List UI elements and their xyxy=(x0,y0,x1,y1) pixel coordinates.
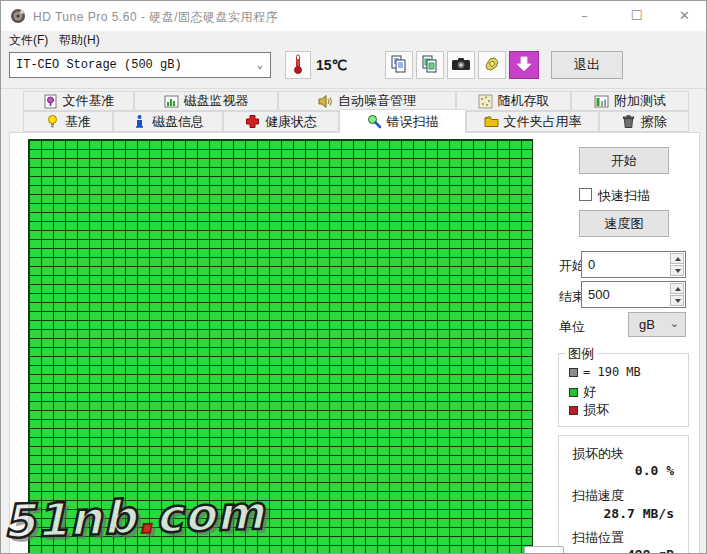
legend-block-size-label: = 190 MB xyxy=(583,365,641,379)
start-spinner xyxy=(670,253,684,276)
chevron-down-icon: ⌄ xyxy=(670,317,679,330)
end-position-value: 500 xyxy=(588,287,610,302)
titlebar: HD Tune Pro 5.60 - 硬盘/固态硬盘实用程序 – ☐ ✕ xyxy=(1,1,706,31)
copy-image-button[interactable] xyxy=(416,51,444,79)
camera-icon xyxy=(451,56,471,75)
menu-bar: 文件(F) 帮助(H) xyxy=(1,31,706,48)
watermark-dot: . xyxy=(136,489,156,544)
health-status-icon xyxy=(245,114,260,129)
unit-select-value: gB xyxy=(639,317,655,332)
partial-cutoff-element xyxy=(524,546,564,554)
tab-disk-monitor[interactable]: 磁盘监视器 xyxy=(134,91,278,111)
tab-health-status[interactable]: 健康状态 xyxy=(223,111,339,132)
maximize-button[interactable]: ☐ xyxy=(613,1,660,31)
good-swatch xyxy=(569,388,578,397)
scan-stats-groupbox: 损坏的块 0.0 % 扫描速度 28.7 MB/s 扫描位置 499 gB xyxy=(558,435,689,554)
tab-label: 磁盘信息 xyxy=(152,113,204,131)
watermark-text: 51nb xyxy=(2,490,138,549)
spin-down-icon[interactable] xyxy=(670,295,684,306)
erase-icon xyxy=(621,114,636,129)
tab-random-access[interactable]: 随机存取 xyxy=(456,91,571,111)
folder-usage-icon xyxy=(484,114,499,129)
unit-select[interactable]: gB ⌄ xyxy=(628,312,686,337)
tab-file-benchmark[interactable]: 文件基准 xyxy=(23,91,134,111)
export-icon xyxy=(483,55,501,76)
block-swatch xyxy=(569,368,578,377)
thermometer-icon xyxy=(291,53,305,78)
error-scan-icon xyxy=(367,114,382,129)
tab-label: 文件夹占用率 xyxy=(504,113,582,131)
temperature-button[interactable] xyxy=(285,51,311,79)
legend-bad-row: 损坏 xyxy=(569,401,609,419)
tab-label: 自动噪音管理 xyxy=(338,92,416,110)
copy-text-icon xyxy=(390,55,408,76)
benchmark-icon xyxy=(45,114,60,129)
tab-folder-usage[interactable]: 文件夹占用率 xyxy=(466,111,599,132)
device-select[interactable]: IT-CEO Storage (500 gB) ⌄ xyxy=(9,52,271,78)
tab-noise-management[interactable]: 自动噪音管理 xyxy=(278,91,456,111)
spin-up-icon[interactable] xyxy=(670,283,684,294)
quick-scan-label[interactable]: 快速扫描 xyxy=(598,187,650,205)
copy-text-button[interactable] xyxy=(385,51,413,79)
bad-swatch xyxy=(569,406,578,415)
tab-label: 磁盘监视器 xyxy=(184,92,249,110)
scan-speed-value: 28.7 MB/s xyxy=(604,506,674,521)
legend-block-size-row: = 190 MB xyxy=(569,365,641,379)
watermark: 51nb.com xyxy=(2,485,266,548)
start-position-value: 0 xyxy=(588,257,595,272)
legend-title: 图例 xyxy=(565,345,597,363)
capture-download-button[interactable] xyxy=(509,51,539,79)
tab-label: 随机存取 xyxy=(498,92,550,110)
tab-error-scan[interactable]: 错误扫描 xyxy=(339,109,466,133)
end-spinner xyxy=(670,283,684,306)
unit-field-label: 单位 xyxy=(559,318,585,336)
app-icon xyxy=(10,8,26,24)
tab-label: 文件基准 xyxy=(63,92,115,110)
down-arrow-icon xyxy=(516,55,532,76)
start-scan-button[interactable]: 开始 xyxy=(579,147,669,174)
device-select-value: IT-CEO Storage (500 gB) xyxy=(16,58,182,72)
legend-groupbox: 图例 = 190 MB 好 损坏 xyxy=(558,353,689,427)
tab-label: 附加测试 xyxy=(614,92,666,110)
spin-down-icon[interactable] xyxy=(670,265,684,276)
menu-help[interactable]: 帮助(H) xyxy=(59,32,100,49)
file-benchmark-icon xyxy=(43,94,58,109)
scan-speed-label: 扫描速度 xyxy=(572,487,624,505)
quick-scan-checkbox[interactable] xyxy=(579,188,592,201)
noise-management-icon xyxy=(318,94,333,109)
start-position-input[interactable]: 0 xyxy=(581,251,686,278)
close-button[interactable]: ✕ xyxy=(661,1,707,31)
legend-good-label: 好 xyxy=(583,383,596,401)
window-title: HD Tune Pro 5.60 - 硬盘/固态硬盘实用程序 xyxy=(33,9,278,26)
minimize-button[interactable]: – xyxy=(561,1,608,31)
damaged-blocks-value: 0.0 % xyxy=(635,463,674,478)
legend-bad-label: 损坏 xyxy=(583,401,609,419)
exit-button[interactable]: 退出 xyxy=(551,51,623,79)
extra-tests-icon xyxy=(594,94,609,109)
temperature-value: 15℃ xyxy=(316,57,347,73)
tab-disk-info[interactable]: 磁盘信息 xyxy=(113,111,223,132)
tab-label: 擦除 xyxy=(641,113,667,131)
random-access-icon xyxy=(478,94,493,109)
watermark-text: com xyxy=(154,485,266,543)
hd-tune-window: HD Tune Pro 5.60 - 硬盘/固态硬盘实用程序 – ☐ ✕ 文件(… xyxy=(0,0,707,554)
tab-extra-tests[interactable]: 附加测试 xyxy=(571,91,689,111)
speed-map-button[interactable]: 速度图 xyxy=(579,210,669,237)
end-position-input[interactable]: 500 xyxy=(581,281,686,308)
disk-monitor-icon xyxy=(164,94,179,109)
tab-benchmark[interactable]: 基准 xyxy=(23,111,113,132)
tab-label: 错误扫描 xyxy=(387,113,439,131)
scan-position-label: 扫描位置 xyxy=(572,529,624,547)
tab-label: 基准 xyxy=(65,113,91,131)
tab-label: 健康状态 xyxy=(265,113,317,131)
legend-good-row: 好 xyxy=(569,383,596,401)
chevron-down-icon: ⌄ xyxy=(256,53,263,77)
spin-up-icon[interactable] xyxy=(670,253,684,264)
menu-file[interactable]: 文件(F) xyxy=(9,32,48,49)
export-button[interactable] xyxy=(478,51,506,79)
scan-position-value: 499 gB xyxy=(627,547,674,554)
tab-erase[interactable]: 擦除 xyxy=(599,111,689,132)
copy-image-icon xyxy=(421,55,439,76)
screenshot-button[interactable] xyxy=(447,51,475,79)
disk-info-icon xyxy=(132,114,147,129)
